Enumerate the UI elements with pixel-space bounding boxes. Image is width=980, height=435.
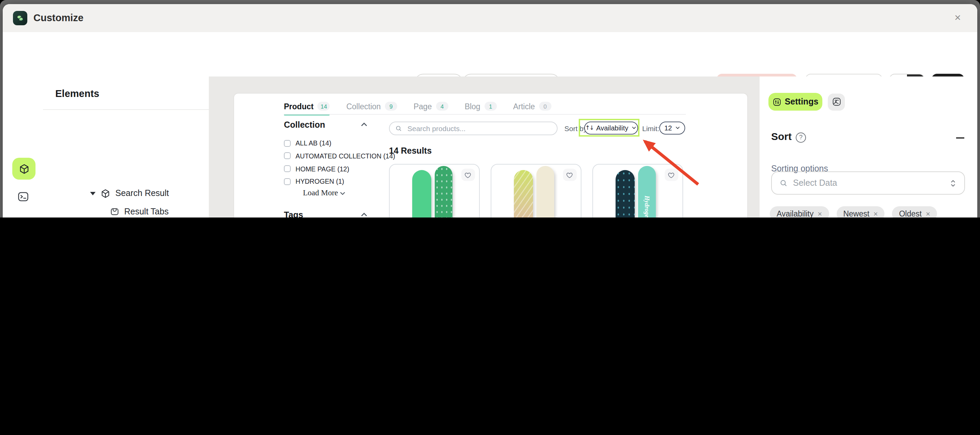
remove-chip-icon[interactable]: × <box>926 210 930 218</box>
product-card[interactable]: Rp 629,95 ☆☆☆☆☆ (0) The Multi-managedSno… <box>491 164 581 218</box>
remove-chip-icon[interactable]: × <box>873 210 878 218</box>
chevron-down-icon <box>631 125 636 131</box>
search-icon <box>395 124 402 131</box>
product-card[interactable]: Hydrogen Rp 885,95 ☆☆☆☆☆ (0) The Videogr… <box>592 164 683 218</box>
select-updown-icon <box>949 178 957 188</box>
heart-icon <box>464 171 472 178</box>
tab-settings[interactable]: Settings <box>768 93 822 111</box>
product-search[interactable] <box>389 121 558 135</box>
tab-page[interactable]: Page 4 <box>414 102 449 111</box>
wishlist-button[interactable] <box>563 169 576 181</box>
elements-panel: Elements Search Result Result Tabs Filte… <box>43 76 210 218</box>
checkbox[interactable] <box>284 178 291 185</box>
divider <box>43 109 209 110</box>
terminal-icon <box>17 191 29 203</box>
checkbox[interactable] <box>284 152 291 159</box>
close-icon[interactable]: × <box>955 11 961 25</box>
collapse-icon[interactable] <box>361 122 367 126</box>
help-icon[interactable]: ? <box>796 132 806 142</box>
product-search-input[interactable] <box>406 123 551 133</box>
count-badge: 0 <box>539 102 551 111</box>
product-image <box>412 170 431 218</box>
divider <box>284 114 686 115</box>
sliders-icon <box>773 97 781 106</box>
checkbox[interactable] <box>284 140 291 147</box>
chevron-down-icon <box>675 125 680 131</box>
sidebar-item-search-result[interactable]: Search Result <box>43 184 209 202</box>
tab-article[interactable]: Article 0 <box>513 102 551 111</box>
titlebar: Customize × <box>3 4 977 33</box>
app-logo-icon <box>13 11 27 25</box>
caret-down-icon[interactable] <box>90 191 95 195</box>
screen: Customize × Search Result Widget ID Sear… <box>0 0 980 218</box>
sort-chip[interactable]: Availability× <box>770 206 829 218</box>
tabs-icon <box>110 207 119 217</box>
heart-icon <box>667 171 675 178</box>
tab-collection[interactable]: Collection 9 <box>346 102 397 111</box>
icon-rail <box>3 76 44 218</box>
chip-row: Availability× Newest× Oldest× <box>770 206 937 218</box>
collapse-icon[interactable] <box>361 212 367 216</box>
console-rail-button[interactable] <box>17 191 29 203</box>
remove-chip-icon[interactable]: × <box>818 210 822 218</box>
collapse-section-icon[interactable] <box>956 137 964 138</box>
sort-arrows-icon: ↑↓ <box>585 124 594 131</box>
sidebar-item-result-tabs[interactable]: Result Tabs <box>43 202 209 218</box>
filter-checkbox-item[interactable]: HYDROGEN (1) <box>284 177 344 185</box>
filter-checkbox-item[interactable]: ALL AB (14) <box>284 139 331 147</box>
product-image <box>536 166 554 218</box>
canvas: Product 14 Collection 9 Page 4 Blog 1 <box>209 76 760 218</box>
sort-chip[interactable]: Oldest× <box>892 206 937 218</box>
tab-product[interactable]: Product 14 <box>284 102 330 111</box>
collection-filter-title: Collection <box>284 120 325 129</box>
wishlist-button[interactable] <box>664 169 678 181</box>
product-image: Hydrogen <box>638 166 656 218</box>
wishlist-button[interactable] <box>461 169 475 181</box>
product-image <box>514 170 533 218</box>
result-tabs: Product 14 Collection 9 Page 4 Blog 1 <box>284 98 551 115</box>
heart-icon <box>566 171 573 178</box>
product-image <box>435 166 452 218</box>
limit-dropdown[interactable]: 12 <box>659 121 685 134</box>
product-card[interactable]: Rp 729,95 ☆☆☆☆☆ (0) The Multi-locationSn… <box>389 164 479 218</box>
count-badge: 1 <box>485 102 497 111</box>
count-badge: 14 <box>318 102 330 111</box>
count-badge: 4 <box>436 102 449 111</box>
filter-checkbox-item[interactable]: HOME PAGE (12) <box>284 164 349 173</box>
limit-label: Limit: <box>642 124 659 132</box>
sorting-options-select[interactable]: Select Data <box>771 171 965 194</box>
section-title: Sort <box>771 131 792 142</box>
header: Search Result Widget ID Search Result Wi… <box>3 32 977 77</box>
filter-checkbox-item[interactable]: AUTOMATED COLLECTION (14) <box>284 151 395 160</box>
search-icon <box>780 179 788 187</box>
results-count: 14 Results <box>389 146 432 155</box>
cube-icon <box>18 163 30 174</box>
translate-icon <box>832 97 841 107</box>
sort-chip[interactable]: Newest× <box>836 206 885 218</box>
sort-dropdown[interactable]: ↑↓ Availability <box>584 121 638 134</box>
load-more-link[interactable]: Load More <box>284 188 364 197</box>
tags-filter-title: Tags <box>284 210 303 218</box>
product-image <box>616 170 635 218</box>
customize-window: Customize × Search Result Widget ID Sear… <box>3 4 977 218</box>
settings-panel: Settings Sort ? Sorting options Select D… <box>760 76 977 218</box>
window-title: Customize <box>33 12 84 23</box>
checkbox[interactable] <box>284 165 291 172</box>
count-badge: 9 <box>385 102 397 111</box>
widget-preview: Product 14 Collection 9 Page 4 Blog 1 <box>234 92 748 218</box>
elements-rail-button[interactable] <box>12 158 35 180</box>
elements-panel-title: Elements <box>55 88 99 99</box>
tab-blog[interactable]: Blog 1 <box>465 102 497 111</box>
tab-translations[interactable] <box>828 93 845 110</box>
select-placeholder: Select Data <box>793 178 944 188</box>
cube-icon <box>100 188 111 198</box>
